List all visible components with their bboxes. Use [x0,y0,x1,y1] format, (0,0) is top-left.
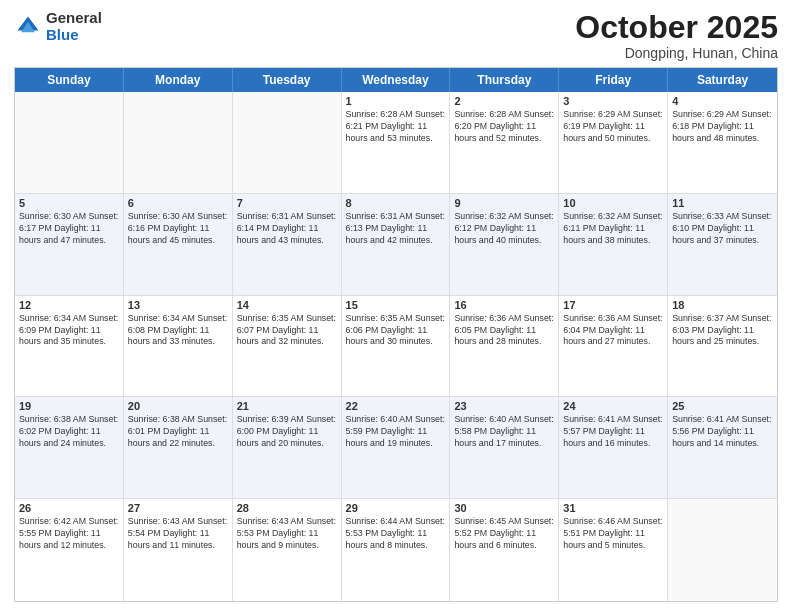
day-cell-5: 5Sunrise: 6:30 AM Sunset: 6:17 PM Daylig… [15,194,124,295]
day-number: 20 [128,400,228,412]
header-day-saturday: Saturday [668,68,777,92]
day-info: Sunrise: 6:29 AM Sunset: 6:19 PM Dayligh… [563,109,663,145]
day-number: 16 [454,299,554,311]
day-cell-24: 24Sunrise: 6:41 AM Sunset: 5:57 PM Dayli… [559,397,668,498]
day-cell-14: 14Sunrise: 6:35 AM Sunset: 6:07 PM Dayli… [233,296,342,397]
day-cell-8: 8Sunrise: 6:31 AM Sunset: 6:13 PM Daylig… [342,194,451,295]
day-number: 11 [672,197,773,209]
day-cell-27: 27Sunrise: 6:43 AM Sunset: 5:54 PM Dayli… [124,499,233,601]
day-info: Sunrise: 6:43 AM Sunset: 5:53 PM Dayligh… [237,516,337,552]
day-cell-18: 18Sunrise: 6:37 AM Sunset: 6:03 PM Dayli… [668,296,777,397]
day-info: Sunrise: 6:30 AM Sunset: 6:16 PM Dayligh… [128,211,228,247]
day-info: Sunrise: 6:38 AM Sunset: 6:02 PM Dayligh… [19,414,119,450]
location: Dongping, Hunan, China [575,45,778,61]
day-info: Sunrise: 6:35 AM Sunset: 6:07 PM Dayligh… [237,313,337,349]
day-info: Sunrise: 6:43 AM Sunset: 5:54 PM Dayligh… [128,516,228,552]
day-info: Sunrise: 6:46 AM Sunset: 5:51 PM Dayligh… [563,516,663,552]
day-number: 15 [346,299,446,311]
day-cell-31: 31Sunrise: 6:46 AM Sunset: 5:51 PM Dayli… [559,499,668,601]
day-info: Sunrise: 6:32 AM Sunset: 6:12 PM Dayligh… [454,211,554,247]
month-title: October 2025 [575,10,778,45]
day-cell-3: 3Sunrise: 6:29 AM Sunset: 6:19 PM Daylig… [559,92,668,193]
day-number: 1 [346,95,446,107]
day-cell-12: 12Sunrise: 6:34 AM Sunset: 6:09 PM Dayli… [15,296,124,397]
empty-cell [15,92,124,193]
day-cell-29: 29Sunrise: 6:44 AM Sunset: 5:53 PM Dayli… [342,499,451,601]
week-row-4: 19Sunrise: 6:38 AM Sunset: 6:02 PM Dayli… [15,397,777,499]
day-number: 14 [237,299,337,311]
day-cell-20: 20Sunrise: 6:38 AM Sunset: 6:01 PM Dayli… [124,397,233,498]
day-number: 27 [128,502,228,514]
header-day-wednesday: Wednesday [342,68,451,92]
day-info: Sunrise: 6:28 AM Sunset: 6:21 PM Dayligh… [346,109,446,145]
day-number: 29 [346,502,446,514]
day-info: Sunrise: 6:35 AM Sunset: 6:06 PM Dayligh… [346,313,446,349]
day-info: Sunrise: 6:39 AM Sunset: 6:00 PM Dayligh… [237,414,337,450]
empty-cell [668,499,777,601]
empty-cell [233,92,342,193]
day-number: 21 [237,400,337,412]
week-row-2: 5Sunrise: 6:30 AM Sunset: 6:17 PM Daylig… [15,194,777,296]
day-number: 25 [672,400,773,412]
day-info: Sunrise: 6:33 AM Sunset: 6:10 PM Dayligh… [672,211,773,247]
calendar-body: 1Sunrise: 6:28 AM Sunset: 6:21 PM Daylig… [15,92,777,601]
logo-blue-text: Blue [46,27,102,44]
day-number: 5 [19,197,119,209]
day-info: Sunrise: 6:29 AM Sunset: 6:18 PM Dayligh… [672,109,773,145]
logo-icon [14,13,42,41]
day-number: 3 [563,95,663,107]
calendar-header: SundayMondayTuesdayWednesdayThursdayFrid… [15,68,777,92]
day-number: 28 [237,502,337,514]
day-info: Sunrise: 6:36 AM Sunset: 6:04 PM Dayligh… [563,313,663,349]
calendar: SundayMondayTuesdayWednesdayThursdayFrid… [14,67,778,602]
day-cell-26: 26Sunrise: 6:42 AM Sunset: 5:55 PM Dayli… [15,499,124,601]
day-info: Sunrise: 6:45 AM Sunset: 5:52 PM Dayligh… [454,516,554,552]
day-info: Sunrise: 6:32 AM Sunset: 6:11 PM Dayligh… [563,211,663,247]
day-cell-16: 16Sunrise: 6:36 AM Sunset: 6:05 PM Dayli… [450,296,559,397]
day-cell-30: 30Sunrise: 6:45 AM Sunset: 5:52 PM Dayli… [450,499,559,601]
day-cell-11: 11Sunrise: 6:33 AM Sunset: 6:10 PM Dayli… [668,194,777,295]
day-number: 31 [563,502,663,514]
day-cell-9: 9Sunrise: 6:32 AM Sunset: 6:12 PM Daylig… [450,194,559,295]
header-day-tuesday: Tuesday [233,68,342,92]
title-block: October 2025 Dongping, Hunan, China [575,10,778,61]
header-day-sunday: Sunday [15,68,124,92]
day-cell-19: 19Sunrise: 6:38 AM Sunset: 6:02 PM Dayli… [15,397,124,498]
day-number: 23 [454,400,554,412]
day-info: Sunrise: 6:31 AM Sunset: 6:13 PM Dayligh… [346,211,446,247]
day-cell-15: 15Sunrise: 6:35 AM Sunset: 6:06 PM Dayli… [342,296,451,397]
logo-general-text: General [46,10,102,27]
week-row-1: 1Sunrise: 6:28 AM Sunset: 6:21 PM Daylig… [15,92,777,194]
day-number: 9 [454,197,554,209]
day-cell-17: 17Sunrise: 6:36 AM Sunset: 6:04 PM Dayli… [559,296,668,397]
day-info: Sunrise: 6:34 AM Sunset: 6:09 PM Dayligh… [19,313,119,349]
header-day-friday: Friday [559,68,668,92]
day-cell-1: 1Sunrise: 6:28 AM Sunset: 6:21 PM Daylig… [342,92,451,193]
day-number: 30 [454,502,554,514]
day-number: 6 [128,197,228,209]
day-cell-10: 10Sunrise: 6:32 AM Sunset: 6:11 PM Dayli… [559,194,668,295]
logo-text: General Blue [46,10,102,43]
day-number: 13 [128,299,228,311]
day-info: Sunrise: 6:36 AM Sunset: 6:05 PM Dayligh… [454,313,554,349]
day-cell-28: 28Sunrise: 6:43 AM Sunset: 5:53 PM Dayli… [233,499,342,601]
day-cell-7: 7Sunrise: 6:31 AM Sunset: 6:14 PM Daylig… [233,194,342,295]
day-number: 2 [454,95,554,107]
day-number: 17 [563,299,663,311]
day-number: 24 [563,400,663,412]
day-info: Sunrise: 6:37 AM Sunset: 6:03 PM Dayligh… [672,313,773,349]
day-number: 8 [346,197,446,209]
day-cell-25: 25Sunrise: 6:41 AM Sunset: 5:56 PM Dayli… [668,397,777,498]
day-number: 26 [19,502,119,514]
day-number: 7 [237,197,337,209]
day-info: Sunrise: 6:34 AM Sunset: 6:08 PM Dayligh… [128,313,228,349]
day-cell-6: 6Sunrise: 6:30 AM Sunset: 6:16 PM Daylig… [124,194,233,295]
logo: General Blue [14,10,102,43]
day-cell-4: 4Sunrise: 6:29 AM Sunset: 6:18 PM Daylig… [668,92,777,193]
day-info: Sunrise: 6:38 AM Sunset: 6:01 PM Dayligh… [128,414,228,450]
day-number: 12 [19,299,119,311]
day-info: Sunrise: 6:41 AM Sunset: 5:57 PM Dayligh… [563,414,663,450]
day-cell-21: 21Sunrise: 6:39 AM Sunset: 6:00 PM Dayli… [233,397,342,498]
header-day-thursday: Thursday [450,68,559,92]
day-number: 18 [672,299,773,311]
